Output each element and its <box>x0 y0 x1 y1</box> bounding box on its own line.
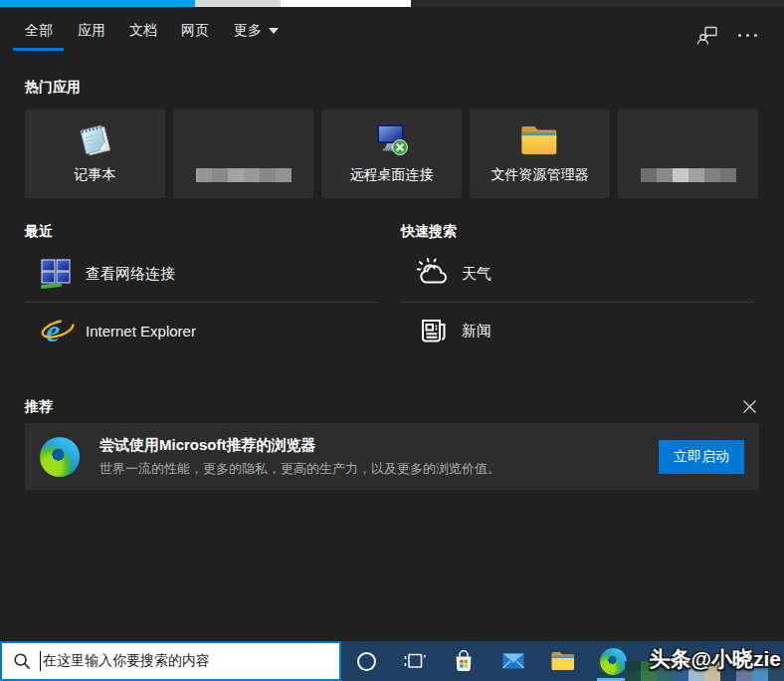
internet-explorer-icon: e <box>40 313 76 348</box>
remote-desktop-icon <box>371 119 413 161</box>
active-tab-indicator <box>13 48 64 51</box>
edge-icon[interactable] <box>599 647 627 675</box>
section-title-hot-apps: 热门应用 <box>25 79 81 97</box>
taskbar: 在这里输入你要搜索的内容 <box>0 641 784 681</box>
section-title-recent: 最近 <box>25 223 53 241</box>
list-item-news[interactable]: 新闻 <box>401 303 754 358</box>
search-placeholder: 在这里输入你要搜索的内容 <box>43 652 210 670</box>
tile-label: 文件资源管理器 <box>491 167 589 181</box>
windows-search-flyout-screen: 全部 应用 文档 网页 更多 热门应用 <box>0 0 784 681</box>
tile-label: 记事本 <box>75 167 116 181</box>
hot-apps-tiles: 记事本 <box>25 110 758 198</box>
tile-file-explorer[interactable]: 文件资源管理器 <box>470 110 610 198</box>
list-item-internet-explorer[interactable]: e Internet Explorer <box>25 303 378 358</box>
tab-documents[interactable]: 文档 <box>129 22 157 40</box>
svg-text:e: e <box>46 314 60 348</box>
news-icon <box>416 313 452 348</box>
tab-web[interactable]: 网页 <box>181 22 209 40</box>
network-connections-icon <box>40 256 76 292</box>
blurred-blue-app-icon <box>224 119 263 161</box>
background-tab <box>281 0 411 7</box>
mail-icon[interactable] <box>499 647 527 675</box>
notepad-icon <box>75 119 116 161</box>
tile-label: 远程桌面连接 <box>350 167 434 181</box>
task-view-icon[interactable] <box>400 647 428 675</box>
taskbar-search-input[interactable]: 在这里输入你要搜索的内容 <box>0 641 341 681</box>
search-icon <box>13 652 31 670</box>
tab-more[interactable]: 更多 <box>234 22 279 40</box>
feedback-icon[interactable] <box>695 24 719 48</box>
cortana-icon[interactable] <box>352 647 380 675</box>
list-item-label: 新闻 <box>462 322 491 340</box>
chevron-down-icon <box>269 28 279 34</box>
launch-now-button[interactable]: 立即启动 <box>659 440 744 474</box>
list-item-label: 查看网络连接 <box>86 265 175 284</box>
background-active-tab <box>0 0 195 7</box>
list-item-label: 天气 <box>462 265 491 284</box>
recent-list: 查看网络连接 e Internet Explorer <box>25 246 378 358</box>
weather-icon <box>416 256 452 292</box>
background-tab <box>195 0 281 7</box>
list-item-label: Internet Explorer <box>86 323 196 340</box>
list-item-weather[interactable]: 天气 <box>401 246 754 302</box>
edge-promo-banner[interactable]: 尝试使用Microsoft推荐的浏览器 世界一流的性能，更多的隐私，更高的生产力… <box>25 423 759 490</box>
blurred-app-label <box>196 168 292 182</box>
watermark: 头条@小晓zie <box>650 645 782 673</box>
background-window-edge <box>0 0 784 7</box>
list-item-network-connections[interactable]: 查看网络连接 <box>25 246 378 302</box>
tile-notepad[interactable]: 记事本 <box>25 110 165 198</box>
tab-apps[interactable]: 应用 <box>78 22 105 40</box>
blurred-red-app-icon <box>669 119 707 161</box>
text-cursor <box>40 651 41 671</box>
quick-search-list: 天气 新闻 <box>401 246 754 358</box>
file-explorer-icon[interactable] <box>549 647 577 675</box>
banner-title: 尝试使用Microsoft推荐的浏览器 <box>99 436 659 455</box>
tile-remote-desktop[interactable]: 远程桌面连接 <box>321 110 462 198</box>
tab-all[interactable]: 全部 <box>25 22 53 40</box>
blurred-app-label <box>641 168 736 182</box>
file-explorer-icon <box>519 119 561 161</box>
store-icon[interactable] <box>450 647 478 675</box>
search-flyout: 全部 应用 文档 网页 更多 热门应用 <box>0 7 784 641</box>
section-title-recommended: 推荐 <box>25 398 53 416</box>
more-options-icon[interactable] <box>738 34 757 37</box>
close-icon[interactable] <box>739 396 759 416</box>
tile-blurred-app-1[interactable] <box>173 110 313 198</box>
banner-text: 尝试使用Microsoft推荐的浏览器 世界一流的性能，更多的隐私，更高的生产力… <box>99 436 659 478</box>
edge-icon <box>40 437 80 477</box>
section-title-quick-search: 快速搜索 <box>401 223 457 241</box>
tile-blurred-app-2[interactable] <box>618 110 758 198</box>
banner-subtitle: 世界一流的性能，更多的隐私，更高的生产力，以及更多的浏览价值。 <box>99 460 659 478</box>
